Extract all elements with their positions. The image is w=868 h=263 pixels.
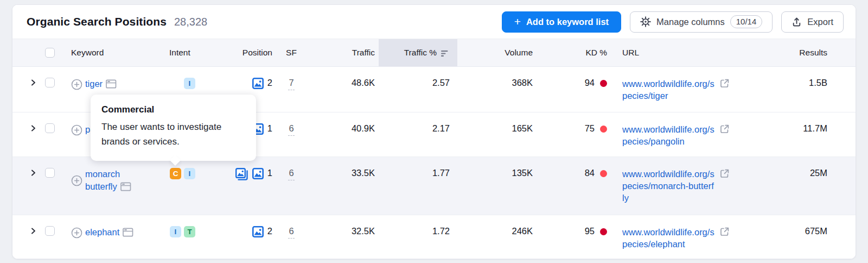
url-link[interactable]: www.worldwildlife.org/species/tiger: [622, 79, 730, 101]
tooltip-body: The user wants to investigate brands or …: [101, 120, 245, 149]
keyword-link[interactable]: tiger: [85, 79, 103, 89]
volume-value: 368K: [457, 78, 536, 88]
column-header-intent[interactable]: Intent: [163, 39, 231, 66]
add-to-keyword-list-label: Add to keyword list: [526, 17, 609, 27]
manage-columns-label: Manage columns: [656, 17, 725, 27]
kd-value: 94: [585, 78, 595, 88]
column-header-volume[interactable]: Volume: [457, 39, 536, 66]
traffic-value: 40.9K: [308, 123, 379, 134]
column-header-sf[interactable]: SF: [275, 39, 308, 66]
serp-preview-icon[interactable]: [106, 79, 117, 89]
position-value: 1: [267, 123, 272, 134]
position-value: 2: [267, 226, 272, 236]
results-value: 25M: [761, 168, 856, 178]
columns-count-badge: 10/14: [730, 15, 763, 28]
expand-chevron-icon[interactable]: [29, 124, 37, 132]
images-serp-feature-icon[interactable]: [252, 226, 264, 237]
column-header-keyword[interactable]: Keyword: [66, 39, 163, 66]
row-checkbox[interactable]: [45, 78, 55, 87]
row-checkbox[interactable]: [45, 168, 55, 178]
title-bar: Organic Search Positions 28,328 + Add to…: [12, 5, 856, 39]
add-keyword-icon[interactable]: [71, 78, 82, 90]
kd-value: 75: [585, 123, 595, 134]
page: Organic Search Positions 28,328 + Add to…: [0, 0, 868, 263]
position-cell: 1: [231, 168, 275, 180]
tooltip-title: Commercial: [101, 104, 245, 115]
keyword-link[interactable]: monarch butterfly: [85, 169, 120, 191]
kd-difficulty-dot: [600, 170, 607, 177]
table-row: elephant IT 2 6 32.5K 1.72 246K 95 www.w…: [12, 215, 856, 259]
position-cell: 2: [231, 226, 275, 237]
gear-icon: [640, 16, 651, 27]
traffic-pct-label: Traffic %: [404, 48, 437, 58]
total-count: 28,328: [174, 16, 207, 28]
add-to-keyword-list-button[interactable]: + Add to keyword list: [502, 11, 621, 33]
intent-tooltip: Commercial The user wants to investigate…: [91, 95, 256, 161]
results-value: 11.7M: [761, 123, 856, 134]
traffic-value: 48.6K: [308, 78, 379, 88]
results-value: 1.5B: [761, 78, 856, 88]
url-link[interactable]: www.worldwildlife.org/species/pangolin: [622, 124, 730, 146]
keyword-link[interactable]: elephant: [85, 227, 119, 237]
url-link[interactable]: www.worldwildlife.org/species/monarch-bu…: [622, 169, 730, 203]
add-keyword-icon[interactable]: [71, 124, 82, 136]
serp-features-count[interactable]: 6: [288, 123, 294, 136]
select-all-checkbox[interactable]: [45, 48, 55, 58]
image-pack-serp-feature-icon[interactable]: [235, 168, 248, 180]
table-header: Keyword Intent Position SF Traffic Traff…: [12, 39, 856, 67]
expand-chevron-icon[interactable]: [29, 79, 37, 86]
sort-descending-icon: [441, 49, 450, 58]
intent-badge-commercial[interactable]: C: [170, 168, 181, 179]
keyword-cell: monarch butterfly: [85, 168, 152, 193]
column-header-traffic[interactable]: Traffic: [308, 39, 379, 66]
organic-search-positions-card: Organic Search Positions 28,328 + Add to…: [12, 4, 856, 259]
intent-cell: I: [163, 78, 231, 89]
traffic-pct-value: 1.72: [379, 226, 457, 236]
column-header-url[interactable]: URL: [609, 39, 761, 66]
column-header-traffic-pct[interactable]: Traffic %: [379, 39, 457, 66]
expand-chevron-icon[interactable]: [29, 169, 37, 177]
volume-value: 246K: [457, 226, 536, 236]
keyword-cell: tiger: [85, 78, 117, 90]
table-row: monarch butterfly CI 1 6 33.5K 1.77 135K…: [12, 156, 856, 215]
expand-chevron-icon[interactable]: [29, 227, 37, 235]
row-checkbox[interactable]: [45, 123, 55, 133]
traffic-pct-value: 2.17: [379, 123, 457, 134]
row-checkbox[interactable]: [45, 226, 55, 236]
traffic-value: 33.5K: [308, 168, 379, 178]
column-header-kd[interactable]: KD %: [536, 39, 609, 66]
serp-preview-icon[interactable]: [123, 228, 133, 237]
position-cell: 2: [231, 78, 275, 89]
external-link-icon[interactable]: [719, 78, 730, 89]
serp-preview-icon[interactable]: [120, 182, 131, 191]
traffic-pct-value: 2.57: [379, 78, 457, 88]
serp-features-count[interactable]: 7: [288, 78, 294, 90]
results-value: 675M: [761, 226, 856, 236]
manage-columns-button[interactable]: Manage columns 10/14: [630, 11, 773, 33]
kd-value: 84: [585, 168, 595, 178]
intent-badge-transactional[interactable]: T: [184, 226, 195, 237]
export-label: Export: [807, 17, 833, 27]
intent-badge-informational[interactable]: I: [184, 168, 195, 179]
column-header-results[interactable]: Results: [761, 39, 856, 66]
keyword-cell: elephant: [85, 226, 133, 239]
add-keyword-icon[interactable]: [71, 227, 82, 239]
intent-badge-informational[interactable]: I: [170, 226, 181, 237]
images-serp-feature-icon[interactable]: [252, 78, 264, 89]
external-link-icon[interactable]: [719, 168, 730, 179]
external-link-icon[interactable]: [719, 124, 730, 134]
add-keyword-icon[interactable]: [71, 168, 82, 193]
position-value: 1: [267, 168, 272, 178]
column-header-position[interactable]: Position: [231, 39, 275, 66]
serp-features-count[interactable]: 6: [288, 168, 294, 180]
images-serp-feature-icon[interactable]: [252, 168, 264, 179]
volume-value: 165K: [457, 123, 536, 134]
header-expander-spacer: [27, 39, 44, 66]
export-button[interactable]: Export: [781, 11, 844, 33]
position-value: 2: [267, 78, 272, 88]
kd-difficulty-dot: [600, 80, 607, 87]
serp-features-count[interactable]: 6: [288, 226, 294, 239]
intent-badge-informational[interactable]: I: [184, 78, 195, 89]
external-link-icon[interactable]: [719, 227, 730, 237]
url-link[interactable]: www.worldwildlife.org/species/elephant: [622, 227, 730, 249]
